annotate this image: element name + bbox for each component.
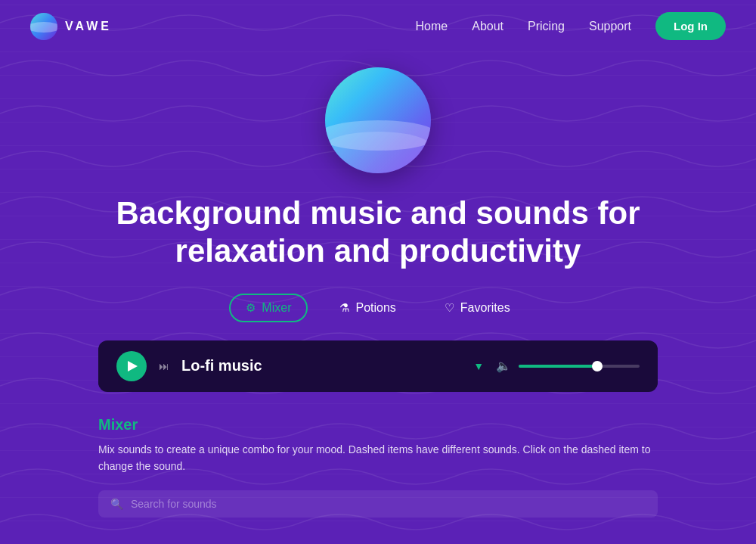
wave-layer bbox=[325, 132, 431, 173]
nav-about[interactable]: About bbox=[472, 20, 503, 33]
dropdown-arrow-icon[interactable]: ▼ bbox=[473, 360, 484, 372]
tab-mixer-label: Mixer bbox=[262, 301, 291, 315]
tab-potions-label: Potions bbox=[355, 301, 395, 315]
volume-fill bbox=[519, 365, 597, 368]
favorites-icon: ♡ bbox=[445, 301, 454, 315]
mixer-title: Mixer bbox=[98, 416, 658, 434]
track-name: Lo-fi music bbox=[181, 357, 461, 375]
nav-home[interactable]: Home bbox=[416, 20, 448, 33]
hero-section: Background music and sounds for relaxati… bbox=[0, 52, 756, 416]
volume-control: 🔈 bbox=[496, 359, 640, 373]
tab-mixer[interactable]: ⚙ Mixer bbox=[229, 294, 308, 322]
tab-favorites-label: Favorites bbox=[460, 301, 510, 315]
nav-pricing[interactable]: Pricing bbox=[528, 20, 565, 33]
nav-support[interactable]: Support bbox=[589, 20, 631, 33]
volume-thumb[interactable] bbox=[592, 361, 603, 371]
hero-title: Background music and sounds for relaxati… bbox=[94, 194, 662, 271]
play-button[interactable] bbox=[116, 351, 147, 381]
search-icon: 🔍 bbox=[110, 498, 123, 510]
navbar: VAWE Home About Pricing Support Log In bbox=[0, 0, 756, 52]
volume-track[interactable] bbox=[519, 365, 640, 368]
volume-icon: 🔈 bbox=[496, 359, 511, 373]
tabs-container: ⚙ Mixer ⚗ Potions ♡ Favorites bbox=[229, 294, 526, 322]
search-bar: 🔍 bbox=[98, 490, 658, 518]
logo-icon bbox=[30, 13, 57, 40]
player-bar: ⏭ Lo-fi music ▼ 🔈 bbox=[98, 340, 658, 392]
skip-icon[interactable]: ⏭ bbox=[159, 360, 169, 372]
hero-logo bbox=[325, 67, 431, 173]
logo[interactable]: VAWE bbox=[30, 13, 112, 40]
mixer-icon: ⚙ bbox=[246, 301, 256, 315]
brand-name: VAWE bbox=[65, 20, 112, 33]
play-icon bbox=[128, 361, 138, 371]
potions-icon: ⚗ bbox=[339, 301, 349, 315]
search-input[interactable] bbox=[131, 498, 646, 510]
tab-potions[interactable]: ⚗ Potions bbox=[323, 294, 412, 322]
tab-favorites[interactable]: ♡ Favorites bbox=[428, 294, 527, 322]
nav-links: Home About Pricing Support Log In bbox=[416, 12, 726, 40]
mixer-description: Mix sounds to create a unique combo for … bbox=[98, 441, 658, 475]
mixer-section: Mixer Mix sounds to create a unique comb… bbox=[0, 416, 756, 518]
login-button[interactable]: Log In bbox=[655, 12, 726, 40]
